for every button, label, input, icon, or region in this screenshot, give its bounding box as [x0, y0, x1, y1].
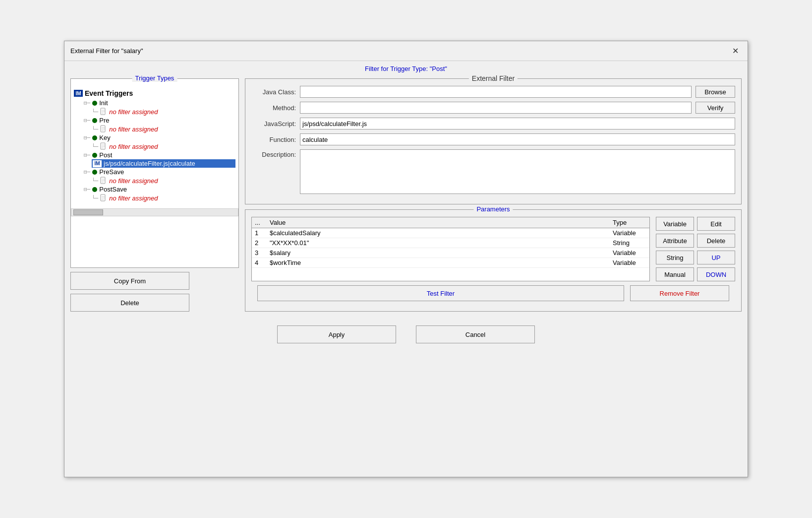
javascript-input[interactable]: [300, 118, 735, 130]
tree-lines: └─: [92, 178, 98, 184]
function-label: Function:: [251, 136, 296, 143]
string-button[interactable]: String: [656, 251, 694, 264]
tree-lines: ⊟─: [84, 117, 90, 124]
description-row: Description:: [251, 149, 735, 194]
tree-item-presave-child[interactable]: └─ no filter assigned: [92, 176, 235, 185]
manual-button[interactable]: Manual: [656, 267, 694, 281]
java-class-input[interactable]: [300, 86, 692, 98]
method-row: Method: Verify: [251, 102, 735, 114]
description-label: Description:: [251, 149, 296, 158]
params-btn-row-1: Variable Edit: [656, 217, 735, 231]
main-content: Trigger Types IM Event Triggers ⊟─ Init: [64, 78, 748, 318]
description-textarea[interactable]: [300, 149, 735, 194]
remove-filter-button[interactable]: Remove Filter: [630, 285, 729, 301]
delete-button[interactable]: Delete: [70, 294, 189, 312]
tree-root: IM Event Triggers: [74, 88, 235, 99]
tree-item-pre-child[interactable]: └─ no filter assigned: [92, 125, 235, 133]
browse-button[interactable]: Browse: [696, 86, 735, 98]
tree-item-init[interactable]: ⊟─ Init: [84, 99, 235, 107]
im-icon-root: IM: [74, 90, 83, 97]
tree-item-key-child[interactable]: └─ no filter assigned: [92, 142, 235, 151]
down-button[interactable]: DOWN: [697, 267, 735, 281]
dot-icon-postsave: [92, 187, 97, 192]
tree-item-init-child[interactable]: └─ no filter assigned: [92, 107, 235, 116]
tree-label-pre: Pre: [99, 117, 109, 124]
function-input[interactable]: [300, 133, 735, 145]
apply-button[interactable]: Apply: [277, 325, 396, 343]
copy-from-button[interactable]: Copy From: [70, 272, 189, 290]
javascript-row: JavaScript:: [251, 118, 735, 130]
tree-lines: └─: [92, 195, 98, 201]
tree-container: IM Event Triggers ⊟─ Init └─: [71, 84, 238, 206]
tree-item-postsave-child[interactable]: └─ no filter assigned: [92, 194, 235, 202]
right-panel: External Filter Java Class: Browse Metho…: [245, 78, 742, 312]
tree-lines: ⊟─: [84, 134, 90, 141]
tree-lines: └─: [92, 109, 98, 115]
close-button[interactable]: ✕: [729, 45, 742, 57]
row-value: "XX*XX*0.01": [267, 238, 610, 248]
col-value-header: Value: [267, 217, 610, 228]
tree-root-label: Event Triggers: [85, 89, 133, 97]
no-filter-pre: no filter assigned: [109, 126, 158, 133]
trigger-types-legend: Trigger Types: [132, 74, 177, 82]
cancel-button[interactable]: Cancel: [416, 325, 535, 343]
variable-button[interactable]: Variable: [656, 217, 694, 231]
no-filter-key: no filter assigned: [109, 143, 158, 150]
table-row[interactable]: 4$workTimeVariable: [252, 258, 649, 268]
tree-lines: ⊟─: [84, 169, 90, 175]
test-filter-button[interactable]: Test Filter: [257, 285, 624, 301]
tree-item-postsave[interactable]: ⊟─ PostSave: [84, 185, 235, 194]
table-row[interactable]: 3$salaryVariable: [252, 248, 649, 258]
row-num: 3: [252, 248, 267, 258]
tree-item-presave[interactable]: ⊟─ PreSave: [84, 168, 235, 176]
tree-item-post[interactable]: ⊟─ Post: [84, 151, 235, 159]
params-table-area: ... Value Type 1$calculatedSalaryVariabl…: [251, 217, 650, 281]
row-value: $calculatedSalary: [267, 228, 610, 238]
dot-icon-init: [92, 101, 97, 106]
file-icon-key: [100, 142, 107, 150]
params-btn-row-4: Manual DOWN: [656, 267, 735, 281]
dot-icon-presave: [92, 170, 97, 175]
dialog-footer: Apply Cancel: [64, 318, 748, 351]
parameters-legend: Parameters: [473, 205, 513, 213]
delete-param-button[interactable]: Delete: [697, 234, 735, 248]
tree-item-pre[interactable]: ⊟─ Pre: [84, 116, 235, 125]
tree-item-key[interactable]: ⊟─ Key: [84, 133, 235, 142]
tree-label-post: Post: [99, 151, 112, 159]
row-value: $salary: [267, 248, 610, 258]
java-class-row: Java Class: Browse: [251, 86, 735, 98]
row-type: Variable: [610, 248, 649, 258]
row-value: $workTime: [267, 258, 610, 268]
row-type: Variable: [610, 228, 649, 238]
trigger-types-box: Trigger Types IM Event Triggers ⊟─ Init: [70, 78, 239, 268]
method-input[interactable]: [300, 102, 692, 114]
file-icon-presave: [100, 177, 107, 185]
up-button[interactable]: UP: [697, 251, 735, 264]
no-filter-postsave: no filter assigned: [109, 194, 158, 202]
java-class-label: Java Class:: [251, 88, 296, 96]
tree-lines: └─: [92, 126, 98, 132]
file-icon-init: [100, 108, 107, 116]
file-icon-pre: [100, 125, 107, 133]
params-content: ... Value Type 1$calculatedSalaryVariabl…: [251, 217, 735, 281]
tree-lines: ⊟─: [84, 152, 90, 158]
tree-label-key: Key: [99, 134, 110, 141]
attribute-button[interactable]: Attribute: [656, 234, 694, 248]
javascript-label: JavaScript:: [251, 120, 296, 128]
tree-lines: ⊟─: [84, 186, 90, 193]
tree-label-init: Init: [99, 99, 108, 107]
dot-icon-key: [92, 135, 97, 140]
tree-scrollbar[interactable]: [71, 208, 238, 216]
col-num-header: ...: [252, 217, 267, 228]
no-filter-presave: no filter assigned: [109, 177, 158, 185]
tree-item-post-child[interactable]: IM js/psd/calculateFilter.js|calculate: [92, 159, 235, 168]
edit-button[interactable]: Edit: [697, 217, 735, 231]
no-filter-init: no filter assigned: [109, 108, 158, 116]
external-filter-box: External Filter Java Class: Browse Metho…: [245, 78, 742, 204]
table-row[interactable]: 2"XX*XX*0.01"String: [252, 238, 649, 248]
verify-button[interactable]: Verify: [696, 102, 735, 114]
table-row[interactable]: 1$calculatedSalaryVariable: [252, 228, 649, 238]
row-num: 2: [252, 238, 267, 248]
row-num: 4: [252, 258, 267, 268]
method-label: Method:: [251, 104, 296, 112]
